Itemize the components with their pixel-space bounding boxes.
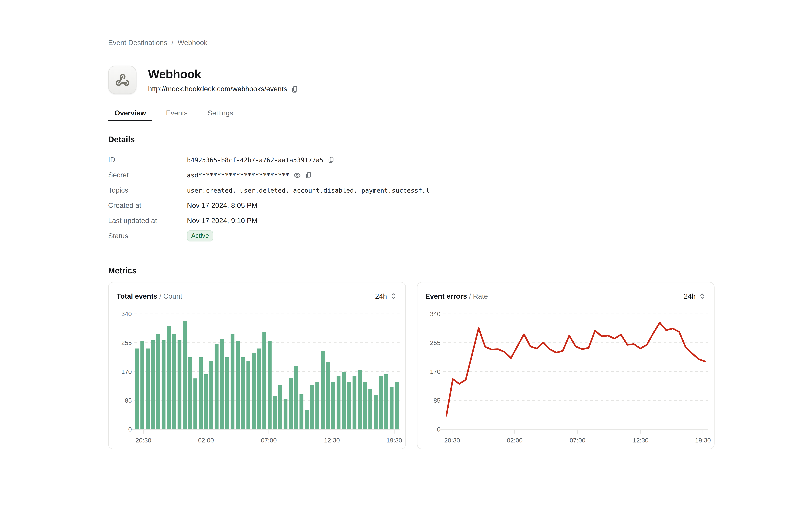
svg-text:255: 255 xyxy=(121,339,132,346)
chevron-sort-icon xyxy=(699,292,705,300)
chevron-sort-icon xyxy=(390,292,397,300)
svg-text:20:30: 20:30 xyxy=(444,437,460,444)
webhook-overview-page: Event Destinations / Webhook Webhook htt… xyxy=(0,0,794,532)
event-errors-range-select[interactable]: 24h xyxy=(684,292,705,300)
event-errors-card: Event errors / Rate 24h 08517025534020:3… xyxy=(417,282,715,449)
event-errors-card-title: Event errors / Rate xyxy=(425,292,488,300)
reveal-secret-eye-icon[interactable] xyxy=(294,171,301,178)
svg-text:255: 255 xyxy=(430,339,440,346)
breadcrumb-separator: / xyxy=(171,39,173,47)
copy-url-icon[interactable] xyxy=(291,85,298,93)
total-events-card-title: Total events / Count xyxy=(117,292,182,300)
svg-text:19:30: 19:30 xyxy=(386,437,402,444)
copy-id-icon[interactable] xyxy=(327,156,335,163)
svg-text:20:30: 20:30 xyxy=(136,437,151,444)
details-heading: Details xyxy=(108,135,135,145)
svg-text:07:00: 07:00 xyxy=(261,437,277,444)
svg-text:170: 170 xyxy=(121,368,132,375)
event-errors-chart: 08517025534020:3002:0007:0012:3019:30 xyxy=(417,301,715,450)
total-events-range-select[interactable]: 24h xyxy=(375,292,397,300)
svg-text:340: 340 xyxy=(430,310,440,317)
page-header: Webhook http://mock.hookdeck.com/webhook… xyxy=(108,65,298,94)
copy-secret-icon[interactable] xyxy=(305,172,312,178)
svg-text:0: 0 xyxy=(128,426,132,433)
created-at-value: Nov 17 2024, 8:05 PM xyxy=(187,202,258,210)
total-events-chart: 08517025534020:3002:0007:0012:3019:30 xyxy=(109,301,407,450)
detail-row-secret: Secret asd************************ xyxy=(108,168,430,183)
tab-events[interactable]: Events xyxy=(159,105,194,121)
webhook-icon xyxy=(114,72,130,88)
webhook-secret-value: asd************************ xyxy=(187,171,289,178)
svg-text:07:00: 07:00 xyxy=(570,437,585,444)
breadcrumb-webhook[interactable]: Webhook xyxy=(178,39,208,47)
detail-label: Status xyxy=(108,232,187,240)
svg-text:12:30: 12:30 xyxy=(633,437,648,444)
detail-row-status: Status Active xyxy=(108,228,430,244)
tab-settings[interactable]: Settings xyxy=(201,105,240,121)
detail-label: Topics xyxy=(108,186,187,194)
svg-text:02:00: 02:00 xyxy=(198,437,214,444)
metrics-cards: Total events / Count 24h 08517025534020:… xyxy=(108,282,715,449)
tab-overview[interactable]: Overview xyxy=(108,105,152,121)
topics-value: user.created, user.deleted, account.disa… xyxy=(187,187,430,194)
svg-text:0: 0 xyxy=(437,426,440,433)
last-updated-value: Nov 17 2024, 9:10 PM xyxy=(187,217,258,225)
svg-text:19:30: 19:30 xyxy=(695,437,711,444)
status-badge: Active xyxy=(187,230,213,242)
details-list: ID b4925365-b8cf-42b7-a762-aa1a539177a5 … xyxy=(108,152,430,244)
webhook-id-value: b4925365-b8cf-42b7-a762-aa1a539177a5 xyxy=(187,156,323,164)
svg-text:85: 85 xyxy=(125,397,132,404)
svg-text:02:00: 02:00 xyxy=(507,437,523,444)
page-title: Webhook xyxy=(148,68,298,80)
tab-bar: Overview Events Settings xyxy=(108,105,715,121)
detail-label: ID xyxy=(108,156,187,164)
webhook-icon-tile xyxy=(108,65,136,94)
breadcrumb: Event Destinations / Webhook xyxy=(108,39,207,47)
svg-text:12:30: 12:30 xyxy=(324,437,340,444)
webhook-url: http://mock.hookdeck.com/webhooks/events xyxy=(148,85,287,93)
detail-row-created-at: Created at Nov 17 2024, 8:05 PM xyxy=(108,198,430,213)
total-events-card: Total events / Count 24h 08517025534020:… xyxy=(108,282,406,449)
metrics-heading: Metrics xyxy=(108,266,136,276)
svg-text:85: 85 xyxy=(434,397,440,404)
detail-label: Last updated at xyxy=(108,217,187,225)
detail-row-id: ID b4925365-b8cf-42b7-a762-aa1a539177a5 xyxy=(108,152,430,168)
detail-label: Created at xyxy=(108,202,187,210)
detail-row-topics: Topics user.created, user.deleted, accou… xyxy=(108,183,430,198)
detail-label: Secret xyxy=(108,171,187,179)
breadcrumb-event-destinations[interactable]: Event Destinations xyxy=(108,39,167,47)
detail-row-last-updated: Last updated at Nov 17 2024, 9:10 PM xyxy=(108,213,430,228)
svg-text:170: 170 xyxy=(430,368,440,375)
svg-text:340: 340 xyxy=(121,310,132,317)
